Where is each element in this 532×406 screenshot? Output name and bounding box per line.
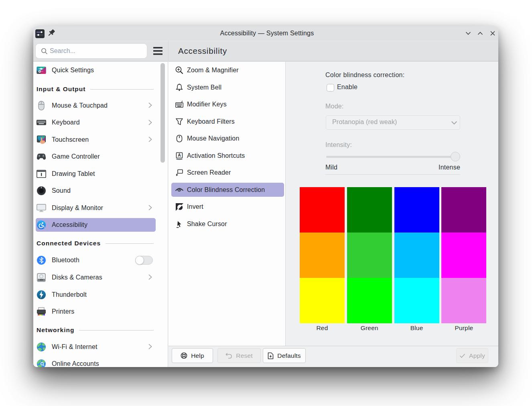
svg-text:A: A [178, 153, 181, 157]
